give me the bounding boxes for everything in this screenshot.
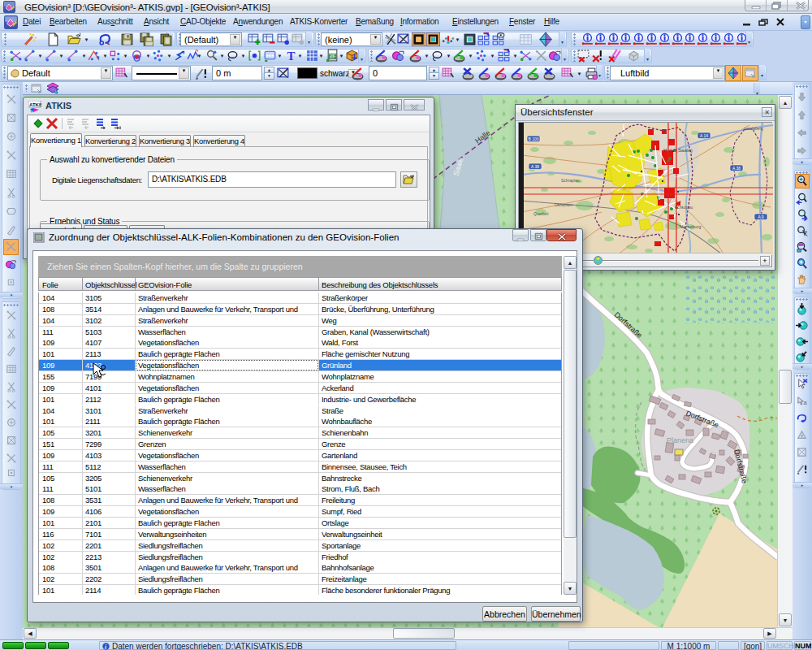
- svg-text:A 38: A 38: [531, 164, 539, 169]
- svg-text:Obhausen: Obhausen: [555, 203, 572, 207]
- svg-text:Schkopau: Schkopau: [675, 205, 693, 210]
- svg-text:A 14: A 14: [700, 133, 708, 138]
- svg-text:Planena: Planena: [667, 436, 693, 444]
- svg-text:B 100: B 100: [528, 136, 538, 141]
- svg-text:Querfurt: Querfurt: [533, 211, 549, 216]
- svg-text:ATKIS: ATKIS: [29, 102, 41, 107]
- svg-text:Merseburg: Merseburg: [680, 224, 701, 229]
- svg-text:Landsberg: Landsberg: [745, 127, 763, 131]
- svg-text:Halle (Saale): Halle (Saale): [663, 147, 693, 153]
- svg-text:A 38: A 38: [732, 166, 741, 171]
- svg-text:A 9: A 9: [758, 214, 763, 219]
- svg-text:Schraplau: Schraplau: [561, 178, 580, 183]
